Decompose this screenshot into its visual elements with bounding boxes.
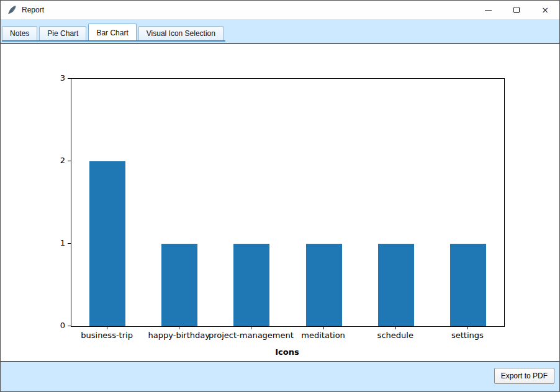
bar-project-management (233, 244, 269, 326)
bar-happy-birthday (161, 244, 197, 326)
y-tick-label: 1 (1, 238, 65, 248)
bar-business-trip (89, 161, 125, 326)
maximize-icon (513, 7, 520, 13)
x-tick-label: project-management (209, 331, 294, 340)
y-tick-mark (68, 78, 71, 79)
tab-visual-icon-selection[interactable]: Visual Icon Selection (138, 26, 224, 40)
tab-notes[interactable]: Notes (2, 26, 37, 40)
x-tick-mark (179, 326, 179, 329)
window-title: Report (22, 6, 44, 14)
x-tick-label: settings (451, 331, 484, 340)
x-tick-mark (323, 326, 324, 329)
x-tick-mark (467, 326, 468, 329)
minimize-button[interactable] (474, 1, 502, 19)
tab-pie-chart[interactable]: Pie Chart (39, 26, 86, 40)
tab-bar-chart[interactable]: Bar Chart (88, 24, 136, 40)
export-pdf-button[interactable]: Export to PDF (494, 368, 554, 384)
y-tick-label: 2 (1, 156, 65, 166)
maximize-button[interactable] (502, 1, 531, 19)
y-tick-mark (68, 326, 71, 326)
x-axis-label: Icons (71, 347, 504, 357)
y-tick-label: 0 (1, 321, 65, 331)
title-bar: Report × (1, 1, 559, 19)
x-tick-label: meditation (301, 331, 345, 340)
report-window: Report × Notes Pie Chart Bar Chart Visua… (0, 0, 560, 392)
bar-meditation (306, 244, 342, 326)
close-icon: × (541, 5, 549, 15)
bar-chart: Icons 0123business-triphappy-birthdaypro… (1, 44, 559, 361)
plot-area (71, 78, 505, 327)
y-tick-label: 3 (1, 73, 65, 83)
x-tick-label: schedule (377, 331, 413, 340)
window-controls: × (474, 1, 559, 19)
minimize-icon (485, 10, 492, 11)
y-tick-mark (68, 243, 71, 244)
y-tick-mark (68, 161, 71, 161)
x-tick-mark (251, 326, 251, 329)
footer-bar: Export to PDF (1, 362, 559, 391)
x-tick-label: business-trip (81, 331, 133, 340)
bar-settings (450, 244, 486, 326)
tab-group: Notes Pie Chart Bar Chart Visual Icon Se… (2, 24, 225, 42)
x-tick-label: happy-birthday (148, 331, 210, 340)
bar-schedule (378, 244, 414, 326)
x-tick-mark (395, 326, 396, 329)
chart-panel: Icons 0123business-triphappy-birthdaypro… (1, 43, 559, 362)
close-button[interactable]: × (531, 1, 559, 19)
x-tick-mark (107, 326, 107, 329)
tab-strip: Notes Pie Chart Bar Chart Visual Icon Se… (1, 19, 559, 43)
tk-feather-icon (7, 5, 17, 15)
